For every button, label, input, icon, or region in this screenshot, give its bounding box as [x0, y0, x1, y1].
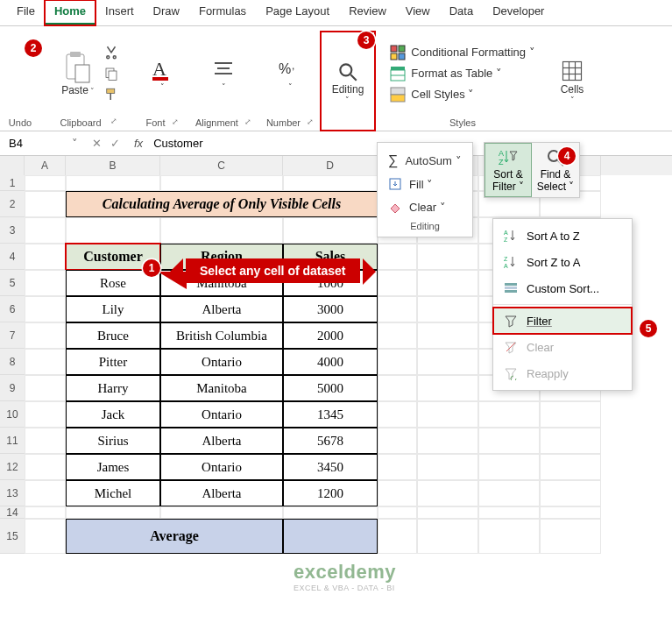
cell[interactable]: [378, 349, 417, 375]
cell[interactable]: [417, 375, 478, 401]
cell[interactable]: [540, 480, 601, 506]
cell[interactable]: [25, 428, 66, 454]
data-cell[interactable]: James: [66, 454, 160, 480]
cell[interactable]: [417, 270, 478, 296]
cell[interactable]: [25, 244, 66, 270]
data-cell[interactable]: Pitter: [66, 349, 160, 375]
row-header-8[interactable]: 8: [0, 349, 25, 375]
cell[interactable]: [160, 217, 283, 244]
row-header-3[interactable]: 3: [0, 217, 25, 244]
data-cell[interactable]: Sirius: [66, 428, 160, 454]
cell[interactable]: [540, 454, 601, 480]
cell[interactable]: [25, 296, 66, 322]
cell[interactable]: [540, 519, 601, 554]
tab-draw[interactable]: Draw: [144, 0, 189, 25]
cell[interactable]: [417, 322, 478, 349]
cell[interactable]: [417, 519, 478, 554]
cell[interactable]: [378, 296, 417, 322]
data-cell[interactable]: 3450: [283, 454, 378, 480]
cell[interactable]: [417, 480, 478, 506]
cell-styles-button[interactable]: Cell Styles ˅: [388, 86, 536, 103]
cell[interactable]: [378, 480, 417, 506]
fill-item[interactable]: Fill ˅: [381, 173, 469, 195]
sort-filter-button[interactable]: AZ Sort & Filter ˅: [485, 143, 532, 197]
cell[interactable]: [25, 454, 66, 480]
average-value[interactable]: [283, 519, 378, 554]
copy-button[interactable]: [103, 66, 119, 81]
row-header-7[interactable]: 7: [0, 322, 25, 349]
cell[interactable]: [417, 244, 478, 270]
alignment-button[interactable]: ˅: [207, 54, 240, 93]
cell[interactable]: [478, 401, 540, 428]
data-cell[interactable]: Ontario: [160, 349, 283, 375]
row-header-12[interactable]: 12: [0, 454, 25, 480]
cell[interactable]: [378, 506, 417, 519]
name-box[interactable]: B4: [0, 137, 68, 150]
cancel-formula-icon[interactable]: ✕: [92, 137, 102, 150]
cell[interactable]: [417, 454, 478, 480]
data-cell[interactable]: Jack: [66, 401, 160, 428]
row-header-11[interactable]: 11: [0, 428, 25, 454]
cell[interactable]: [417, 349, 478, 375]
cell[interactable]: [378, 375, 417, 401]
undo-button[interactable]: [15, 32, 25, 39]
data-cell[interactable]: British Columbia: [160, 322, 283, 349]
cell[interactable]: [66, 506, 160, 519]
cell[interactable]: [378, 270, 417, 296]
select-all-corner[interactable]: [0, 156, 25, 175]
data-cell[interactable]: Alberta: [160, 428, 283, 454]
font-group-button[interactable]: A˅: [145, 54, 179, 93]
conditional-formatting-button[interactable]: Conditional Formatting ˅: [388, 44, 536, 61]
cell[interactable]: [283, 217, 378, 244]
cell[interactable]: [540, 428, 601, 454]
cell[interactable]: [160, 506, 283, 519]
format-as-table-button[interactable]: Format as Table ˅: [388, 65, 536, 82]
cell[interactable]: [283, 506, 378, 519]
data-cell[interactable]: Michel: [66, 480, 160, 506]
filter-item[interactable]: Filter: [493, 308, 632, 334]
data-cell[interactable]: 5000: [283, 375, 378, 401]
row-header-5[interactable]: 5: [0, 270, 25, 296]
row-header-6[interactable]: 6: [0, 296, 25, 322]
cell[interactable]: [25, 375, 66, 401]
cell[interactable]: [283, 175, 378, 191]
data-cell[interactable]: Alberta: [160, 480, 283, 506]
number-launcher-icon[interactable]: ⤢: [303, 117, 314, 126]
custom-sort-item[interactable]: Custom Sort...: [493, 275, 632, 301]
col-header-B[interactable]: B: [66, 156, 160, 175]
cell[interactable]: [478, 506, 540, 519]
data-cell[interactable]: 1200: [283, 480, 378, 506]
cell[interactable]: [378, 428, 417, 454]
row-header-4[interactable]: 4: [0, 244, 25, 270]
cut-button[interactable]: [103, 45, 119, 60]
cell[interactable]: [25, 322, 66, 349]
cell[interactable]: [378, 322, 417, 349]
cell[interactable]: [25, 401, 66, 428]
row-header-13[interactable]: 13: [0, 480, 25, 506]
data-cell[interactable]: Bruce: [66, 322, 160, 349]
cell[interactable]: [478, 428, 540, 454]
clear-item[interactable]: Clear ˅: [381, 195, 469, 218]
sort-z-to-a-item[interactable]: ZASort Z to A: [493, 249, 632, 275]
cell[interactable]: [25, 349, 66, 375]
row-header-10[interactable]: 10: [0, 401, 25, 428]
tab-page layout[interactable]: Page Layout: [256, 0, 339, 25]
average-label[interactable]: Average: [66, 519, 283, 554]
sort-a-to-z-item[interactable]: AZSort A to Z: [493, 223, 632, 249]
data-cell[interactable]: 5678: [283, 428, 378, 454]
clipboard-launcher-icon[interactable]: ⤢: [107, 117, 117, 125]
cell[interactable]: [25, 506, 66, 519]
alignment-launcher-icon[interactable]: ⤢: [241, 117, 251, 126]
paste-button[interactable]: Paste: [58, 49, 98, 98]
row-header-9[interactable]: 9: [0, 375, 25, 401]
data-cell[interactable]: Manitoba: [160, 375, 283, 401]
tab-home[interactable]: Home: [45, 0, 95, 25]
cell[interactable]: [25, 191, 66, 217]
cell[interactable]: [417, 428, 478, 454]
cells-button[interactable]: Cells˅: [556, 57, 588, 106]
cell[interactable]: [478, 454, 540, 480]
data-cell[interactable]: Lily: [66, 296, 160, 322]
cell[interactable]: [478, 519, 540, 554]
cell[interactable]: [66, 217, 160, 244]
autosum-item[interactable]: ∑AutoSum ˅: [381, 148, 469, 173]
